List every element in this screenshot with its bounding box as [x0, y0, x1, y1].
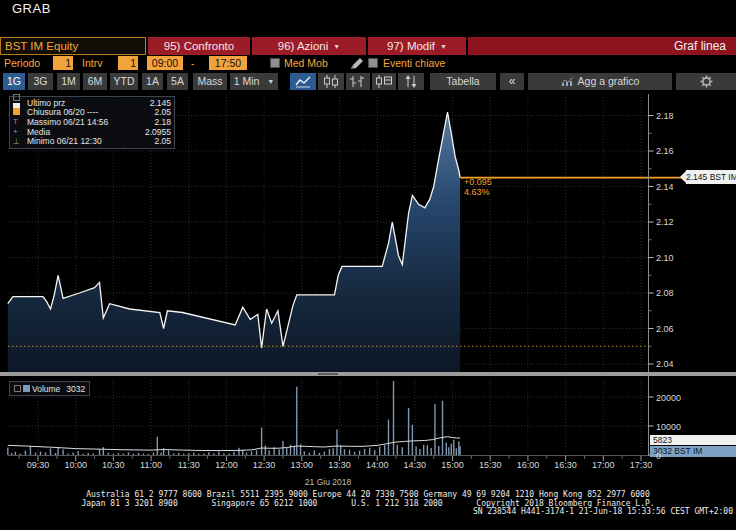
intrv-label: Intrv	[82, 57, 102, 69]
volume-ma-tag: 5823	[650, 435, 736, 445]
range-button-ytd[interactable]: YTD	[110, 73, 138, 90]
updown-bars-icon	[402, 75, 420, 88]
price-axis-label: 2.10	[656, 253, 674, 263]
price-axis-label: 2.14	[656, 182, 674, 192]
x-axis-label: 11:00	[131, 460, 171, 470]
modif-label: 97) Modif	[387, 40, 435, 52]
legend-marker-icon: ⊥	[13, 137, 27, 146]
confronto-button[interactable]: 95) Confronto	[148, 37, 250, 55]
chart-toolbar: 1G3G1M6MYTD1A5AMass 1 Min ▼ Tabella « Ag…	[0, 73, 736, 92]
divider-grip	[318, 373, 338, 375]
legend-marker-icon: T	[13, 117, 27, 126]
x-axis-label: 17:00	[583, 460, 623, 470]
range-button-mass[interactable]: Mass	[193, 73, 227, 90]
x-axis-label: 16:00	[508, 460, 548, 470]
legend-toggle-icon[interactable]	[14, 385, 21, 392]
price-axis-label: 2.12	[656, 217, 674, 227]
med-mob-checkbox[interactable]	[270, 58, 280, 68]
legend-row-0[interactable]: Ultimo prz2.145	[13, 98, 171, 108]
time-to-field[interactable]: 17:50	[209, 56, 247, 70]
eventi-chiave-label: Eventi chiave	[383, 57, 445, 69]
chart-type-updown-button[interactable]	[398, 73, 424, 90]
legend-row-1[interactable]: Chiusura 06/20 ----2.05	[13, 108, 171, 118]
price-axis-label: 2.06	[656, 324, 674, 334]
periodo-field[interactable]: 1	[53, 56, 73, 70]
volume-legend[interactable]: Volume 3032	[9, 381, 90, 396]
eventi-chiave-checkbox[interactable]	[368, 58, 378, 68]
candlestick-icon	[322, 75, 340, 88]
legend-label: Minimo 06/21 12:30	[27, 136, 154, 146]
pencil-icon[interactable]	[350, 58, 363, 70]
legend-swatch-icon	[13, 108, 27, 117]
interval-label: 1 Min	[234, 75, 260, 87]
bloomberg-grab-window: GRAB BST IM Equity 95) Confronto 96) Azi…	[0, 0, 736, 530]
intrv-field[interactable]: 1	[118, 56, 138, 70]
range-button-1g[interactable]: 1G	[3, 73, 25, 90]
mini-chart-icon	[561, 76, 574, 86]
function-row: BST IM Equity 95) Confronto 96) Azioni▼ …	[0, 37, 736, 56]
x-axis-label: 14:00	[357, 460, 397, 470]
azioni-button[interactable]: 96) Azioni▼	[252, 37, 366, 55]
x-axis-label: 12:00	[206, 460, 246, 470]
volume-legend-label: Volume	[32, 384, 60, 394]
range-button-6m[interactable]: 6M	[83, 73, 107, 90]
legend-label: Massimo 06/21 14:56	[27, 117, 154, 127]
legend-value: 2.18	[154, 117, 171, 127]
confronto-label: 95) Confronto	[164, 40, 234, 52]
modif-button[interactable]: 97) Modif▼	[368, 37, 466, 55]
volume-axis-label: 10000	[656, 422, 681, 432]
range-button-1m[interactable]: 1M	[57, 73, 80, 90]
line-chart-icon	[294, 75, 312, 88]
legend-value: 2.0955	[145, 127, 171, 137]
candle-window-icon	[375, 75, 393, 88]
series-swatch-icon	[13, 108, 20, 115]
x-axis-label: 15:00	[433, 460, 473, 470]
legend-row-2[interactable]: TMassimo 06/21 14:562.18	[13, 117, 171, 127]
price-axis-label: 2.04	[656, 359, 674, 369]
legend-label: Chiusura 06/20 ----	[27, 107, 154, 117]
footer: Australia 61 2 9777 8600 Brazil 5511 239…	[0, 491, 736, 517]
legend-value: 2.05	[154, 136, 171, 146]
last-price-tag: 2.145 BST IM	[686, 170, 736, 184]
agg-a-grafico-button[interactable]: Agg a grafico	[528, 73, 672, 90]
chart-type-candle-button[interactable]	[318, 73, 344, 90]
volume-axis-label: 20000	[656, 393, 681, 403]
collapse-button[interactable]: «	[500, 73, 524, 90]
x-axis-label: 09:30	[18, 460, 58, 470]
ohlc-bars-icon	[349, 75, 367, 88]
legend-value: 2.05	[154, 107, 171, 117]
panel-divider-handle[interactable]	[0, 372, 736, 376]
legend-toggle-icon[interactable]	[13, 94, 20, 101]
x-axis-label: 13:00	[282, 460, 322, 470]
chart-date-label: 21 Giu 2018	[8, 477, 648, 487]
chevron-down-icon: ▼	[440, 43, 447, 50]
x-axis-label: 11:30	[169, 460, 209, 470]
x-axis-label: 12:30	[244, 460, 284, 470]
tabella-button[interactable]: Tabella	[430, 73, 496, 90]
chart-type-ohlc-button[interactable]	[346, 73, 370, 90]
legend-row-3[interactable]: +Media2.0955	[13, 127, 171, 137]
periodo-label: Periodo	[4, 57, 40, 69]
legend-label: Media	[27, 127, 145, 137]
security-input[interactable]: BST IM Equity	[0, 37, 146, 55]
price-axis-label: 2.18	[656, 111, 674, 121]
page-title: Graf linea	[468, 37, 736, 55]
gear-icon	[700, 75, 713, 88]
footer-serial: SN 238544 H441-3174-1 21-Jun-18 15:33:56…	[0, 508, 736, 517]
range-button-3g[interactable]: 3G	[28, 73, 53, 90]
chart-type-candle-window-button[interactable]	[372, 73, 396, 90]
net-change-label: +0.095	[464, 177, 492, 187]
volume-swatch-icon	[23, 385, 30, 392]
x-axis-label: 10:30	[93, 460, 133, 470]
interval-select[interactable]: 1 Min ▼	[230, 73, 278, 90]
chevron-down-icon: ▼	[333, 43, 340, 50]
legend-label: Ultimo prz	[27, 98, 150, 108]
range-button-1a[interactable]: 1A	[142, 73, 163, 90]
time-from-field[interactable]: 09:00	[147, 56, 183, 70]
chart-type-line-button[interactable]	[290, 73, 316, 90]
legend-row-4[interactable]: ⊥Minimo 06/21 12:302.05	[13, 136, 171, 146]
azioni-label: 96) Azioni	[278, 40, 329, 52]
range-button-5a[interactable]: 5A	[167, 73, 188, 90]
legend-value: 2.145	[150, 98, 171, 108]
chart-settings-button[interactable]	[676, 73, 736, 90]
